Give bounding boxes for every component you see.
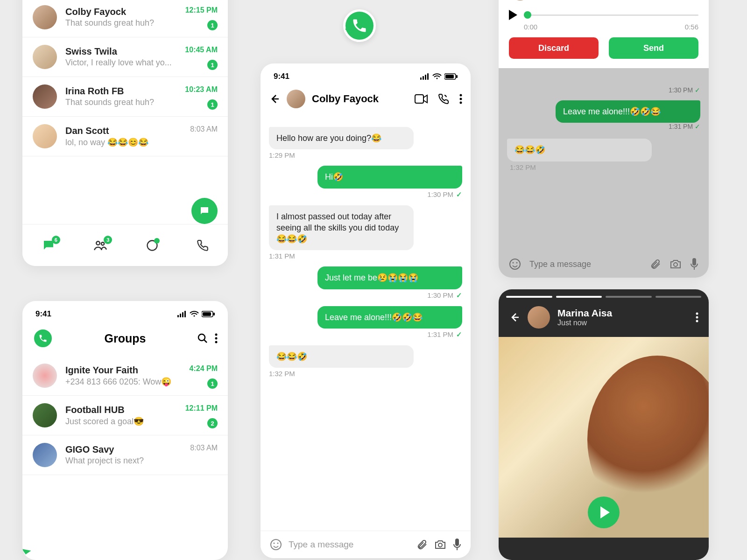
attach-icon[interactable]	[416, 539, 428, 550]
more-icon[interactable]	[459, 94, 462, 104]
message-input[interactable]: Type a message	[529, 259, 641, 269]
nav-contacts[interactable]: 3	[93, 238, 107, 252]
battery-icon	[444, 73, 458, 80]
chat-row[interactable]: Dan Scott lol, no way 😂😂😊😂 8:03 AM	[22, 117, 228, 156]
chat-name: Swiss Twila	[65, 46, 172, 57]
more-icon[interactable]	[215, 333, 218, 343]
back-icon[interactable]	[269, 93, 280, 105]
svg-rect-20	[177, 315, 179, 317]
chat-row[interactable]: Colby Fayock That sounds great huh? 12:1…	[22, 0, 228, 37]
chat-time: 10:45 AM	[185, 46, 218, 54]
chat-row[interactable]: Irina Roth FB That sounds great huh? 10:…	[22, 77, 228, 117]
unread-badge: 1	[207, 99, 218, 110]
group-time: 12:11 PM	[185, 404, 218, 413]
status-bar: 9:41	[261, 63, 471, 86]
chat-preview: lol, no way 😂😂😊😂	[65, 137, 148, 147]
chat-name: Colby Fayock	[65, 7, 154, 17]
voice-preview-modal: Colby Fayock Preview voice message 🎤 0:0…	[499, 0, 709, 68]
svg-rect-6	[427, 73, 429, 80]
avatar	[33, 5, 57, 29]
status-avatar[interactable]	[528, 306, 550, 329]
message-bubble-out[interactable]: Leave me alone!!!🤣🤣😂	[317, 306, 462, 329]
svg-point-18	[438, 543, 442, 547]
more-icon[interactable]	[696, 312, 698, 322]
chat-preview: Victor, I really love what yo...	[65, 58, 172, 68]
message-bubble-out[interactable]: Hi🤣	[317, 166, 462, 188]
chat-name: Dan Scott	[65, 126, 148, 136]
message-time: 1:31 PM✓	[269, 330, 462, 339]
svg-rect-10	[456, 75, 458, 78]
svg-point-35	[674, 263, 677, 266]
contact-avatar	[509, 0, 531, 0]
message-bubble-out[interactable]: Just let me be😢😭😭😭	[317, 266, 462, 289]
dimmed-conversation: 1:30 PM ✓ Leave me alone!!!🤣🤣😂 1:31 PM ✓…	[499, 82, 709, 176]
group-preview: What project is next?	[65, 456, 144, 466]
contact-name[interactable]: Colby Fayock	[312, 93, 408, 105]
svg-point-16	[274, 543, 275, 544]
groups-header: Groups	[22, 323, 228, 356]
nav-chats[interactable]: 6	[42, 238, 56, 252]
voice-call-icon[interactable]	[438, 93, 449, 105]
message-bubble-in[interactable]: 😂😂🤣	[269, 345, 414, 368]
svg-rect-11	[415, 95, 423, 103]
msg-time: 1:31 PM	[669, 123, 693, 130]
svg-rect-4	[423, 76, 424, 80]
discard-button[interactable]: Discard	[509, 37, 599, 59]
audio-scrubber[interactable]	[524, 14, 698, 16]
wifi-icon	[432, 73, 442, 80]
back-icon[interactable]	[509, 312, 520, 323]
svg-rect-22	[182, 312, 183, 317]
chat-row[interactable]: Swiss Twila Victor, I really love what y…	[22, 37, 228, 77]
message-bubble-in: 😂😂🤣	[507, 139, 652, 161]
play-status-button[interactable]	[588, 497, 620, 528]
status-image[interactable]	[499, 337, 709, 538]
play-icon[interactable]	[509, 10, 518, 20]
story-progress	[499, 289, 709, 298]
group-row[interactable]: Ignite Your Faith +234 813 666 0205: Wow…	[22, 356, 228, 396]
camera-icon[interactable]	[669, 259, 682, 269]
avatar	[33, 403, 57, 427]
svg-rect-26	[203, 312, 211, 316]
contact-avatar[interactable]	[287, 90, 305, 108]
group-time: 4:24 PM	[190, 364, 218, 373]
svg-point-32	[510, 259, 520, 269]
svg-point-12	[460, 94, 462, 97]
chat-time: 12:15 PM	[185, 6, 218, 14]
svg-rect-9	[445, 75, 454, 78]
svg-rect-36	[692, 258, 696, 266]
svg-rect-19	[455, 539, 459, 546]
send-button[interactable]: Send	[609, 37, 698, 59]
audio-end-time: 0:56	[685, 23, 698, 31]
messages-area[interactable]: Hello how are you doing?😂 1:29 PMHi🤣 1:3…	[261, 116, 471, 386]
nav-status[interactable]	[146, 239, 159, 252]
new-chat-fab[interactable]	[191, 198, 218, 224]
message-bubble-in[interactable]: Hello how are you doing?😂	[269, 127, 414, 149]
nav-calls[interactable]	[197, 239, 209, 252]
message-input[interactable]: Type a message	[289, 539, 410, 550]
search-icon[interactable]	[197, 333, 208, 344]
group-row[interactable]: Football HUB Just scored a goal😎 12:11 P…	[22, 396, 228, 435]
emoji-icon[interactable]	[270, 539, 282, 551]
mic-icon[interactable]	[690, 258, 698, 270]
svg-point-13	[460, 98, 462, 100]
camera-icon[interactable]	[434, 539, 446, 550]
mic-icon[interactable]	[453, 539, 461, 551]
video-call-icon[interactable]	[415, 94, 428, 104]
svg-point-30	[215, 337, 218, 340]
message-input-row: Type a message	[499, 251, 709, 278]
whatsapp-logo-icon	[33, 328, 53, 349]
message-bubble-in[interactable]: I almost passed out today after seeing a…	[269, 205, 414, 251]
group-time: 8:03 AM	[190, 444, 218, 452]
msg-time: 1:32 PM	[510, 163, 536, 171]
chats-panel: Colby Fayock That sounds great huh? 12:1…	[22, 0, 228, 266]
group-row[interactable]: GIGO Savy What project is next? 8:03 AM	[22, 435, 228, 475]
emoji-icon[interactable]	[509, 258, 521, 270]
attach-icon[interactable]	[650, 259, 661, 270]
status-name: Marina Aisa	[557, 308, 688, 319]
message-input-row: Type a message	[261, 531, 471, 558]
signal-icon	[177, 311, 187, 317]
statusbar-time: 9:41	[274, 72, 289, 81]
whatsapp-logo	[343, 9, 376, 42]
status-panel: Marina Aisa Just now	[499, 289, 709, 560]
audio-start-time: 0:00	[524, 23, 537, 31]
